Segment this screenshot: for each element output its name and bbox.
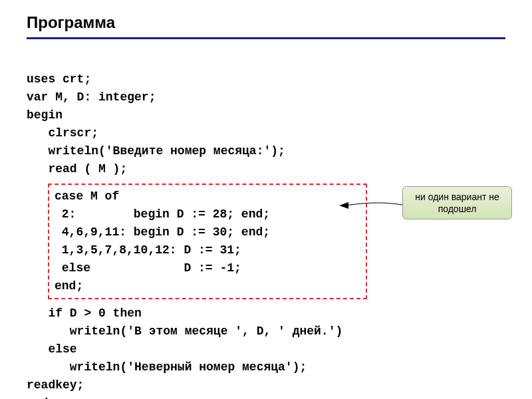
code-block: uses crt; var M, D: integer; begin clrsc… bbox=[27, 53, 505, 399]
page-title: Программа bbox=[27, 13, 505, 32]
code-line-11: readkey; bbox=[27, 378, 84, 392]
case-line-5: else D := -1; bbox=[55, 261, 241, 275]
callout-text: ни один вариант не подошел bbox=[408, 191, 506, 215]
code-line-4: clrscr; bbox=[27, 126, 98, 140]
code-line-3: begin bbox=[27, 108, 63, 122]
title-divider bbox=[27, 37, 505, 39]
case-line-3: 4,6,9,11: begin D := 30; end; bbox=[55, 225, 270, 239]
code-line-5: writeln('Введите номер месяца:'); bbox=[27, 144, 285, 158]
code-line-2: var M, D: integer; bbox=[27, 90, 156, 104]
case-block: case M of 2: begin D := 28; end; 4,6,9,1… bbox=[48, 184, 367, 299]
code-line-9: else bbox=[27, 342, 77, 356]
case-line-2: 2: begin D := 28; end; bbox=[55, 207, 270, 221]
callout-box: ни один вариант не подошел bbox=[402, 186, 512, 219]
callout-arrow-icon bbox=[339, 199, 406, 212]
code-line-12: end. bbox=[27, 396, 55, 399]
case-line-1: case M of bbox=[55, 190, 119, 203]
code-line-1: uses crt; bbox=[27, 72, 91, 86]
code-line-6: read ( M ); bbox=[27, 162, 127, 176]
case-line-6: end; bbox=[55, 279, 83, 293]
case-line-4: 1,3,5,7,8,10,12: D := 31; bbox=[55, 243, 241, 257]
code-line-10: writeln('Неверный номер месяца'); bbox=[27, 360, 307, 374]
code-line-7: if D > 0 then bbox=[27, 307, 142, 320]
svg-marker-0 bbox=[339, 202, 348, 209]
code-line-8: writeln('В этом месяце ', D, ' дней.') bbox=[27, 325, 342, 338]
